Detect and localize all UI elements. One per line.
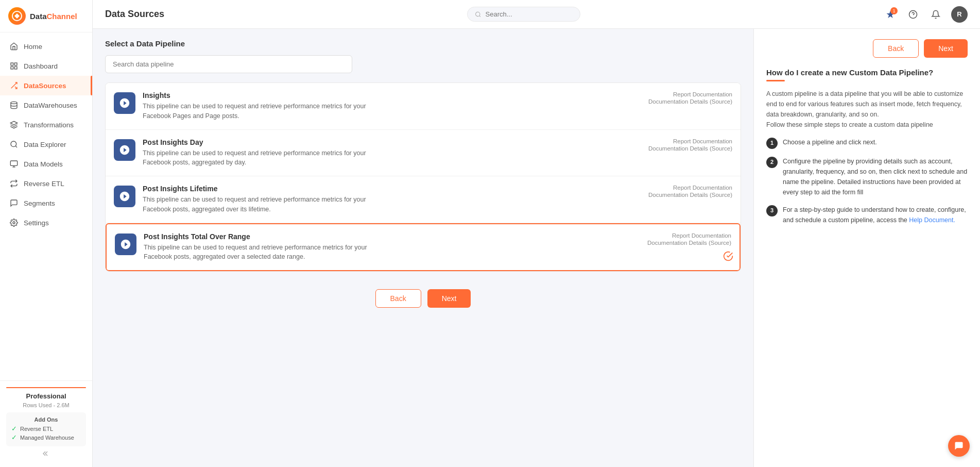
home-icon — [9, 42, 19, 51]
pipeline-desc: This pipeline can be used to request and… — [143, 102, 390, 121]
help-step-3: 3 For a step-by-step guide to understand… — [766, 205, 968, 225]
plan-label: Professional — [6, 392, 86, 400]
svg-point-13 — [13, 222, 15, 224]
sidebar-item-label: Settings — [24, 219, 49, 227]
sidebar-item-data-explorer[interactable]: Data Explorer — [0, 135, 92, 154]
doc-details-link[interactable]: Documentation Details (Source) — [647, 240, 731, 246]
doc-details-link[interactable]: Documentation Details (Source) — [648, 98, 732, 105]
back-button-top[interactable]: Back — [873, 39, 919, 58]
datasources-icon — [9, 81, 19, 90]
content-area: Select a Data Pipeline Insights This pip… — [93, 29, 980, 467]
next-button-top[interactable]: Next — [924, 39, 968, 58]
addon-reverse-etl: ✓ Reverse ETL — [11, 425, 81, 432]
report-doc-link[interactable]: Report Documentation — [673, 138, 732, 144]
logo[interactable]: DataChannel — [0, 0, 92, 32]
sidebar-item-dashboard[interactable]: Dashboard — [0, 56, 92, 76]
sidebar-item-data-models[interactable]: Data Models — [0, 154, 92, 174]
pipeline-icon-insights — [114, 92, 135, 114]
help-step-2: 2 Configure the pipeline by providing de… — [766, 156, 968, 197]
pipeline-name: Insights — [143, 91, 643, 99]
models-icon — [9, 159, 19, 169]
bottom-nav: Back Next — [105, 284, 741, 318]
pipeline-desc: This pipeline can be used to request and… — [144, 243, 391, 262]
sidebar-item-label: Transformations — [24, 121, 74, 129]
svg-rect-2 — [14, 63, 17, 65]
chat-bubble[interactable] — [948, 435, 970, 457]
sidebar-item-home[interactable]: Home — [0, 37, 92, 56]
report-doc-link[interactable]: Report Documentation — [673, 91, 732, 97]
main-area: Data Sources 1 R Select a Data Pipeline — [93, 0, 980, 467]
sidebar-item-segments[interactable]: Segments — [0, 193, 92, 213]
sparkle-button[interactable]: 1 — [883, 7, 898, 22]
sidebar-item-settings[interactable]: Settings — [0, 213, 92, 232]
sidebar-item-label: DataSources — [24, 82, 66, 90]
right-panel: Back Next How do I create a new Custom D… — [753, 29, 980, 467]
pipeline-desc: This pipeline can be used to request and… — [143, 195, 390, 214]
pipeline-name: Post Insights Day — [143, 138, 643, 146]
warehouse-icon — [9, 101, 19, 110]
help-title-underline — [766, 80, 785, 81]
pipeline-links: Report Documentation Documentation Detai… — [648, 138, 732, 152]
addons-title: Add Ons — [11, 416, 81, 423]
pipeline-info: Post Insights Day This pipeline can be u… — [143, 138, 643, 168]
notification-button[interactable] — [929, 7, 943, 22]
addons-box: Add Ons ✓ Reverse ETL ✓ Managed Warehous… — [6, 412, 86, 446]
sidebar-item-datawarehouses[interactable]: DataWarehouses — [0, 95, 92, 115]
sidebar-item-label: DataWarehouses — [24, 102, 77, 109]
sidebar-nav: Home Dashboard DataSources DataWarehouse… — [0, 32, 92, 380]
back-button-bottom[interactable]: Back — [375, 289, 421, 308]
pipeline-list: Insights This pipeline can be used to re… — [105, 82, 741, 272]
help-doc-link[interactable]: Help Document. — [909, 216, 955, 224]
help-intro: A custom pipeline is a data pipeline tha… — [766, 89, 968, 130]
help-steps: 1 Choose a pipeline and click next. 2 Co… — [766, 137, 968, 225]
pipeline-info: Post Insights Total Over Range This pipe… — [144, 232, 642, 262]
settings-icon — [9, 218, 19, 227]
sidebar-item-transformations[interactable]: Transformations — [0, 115, 92, 135]
step-number: 2 — [766, 157, 778, 168]
sidebar-item-label: Reverse ETL — [24, 180, 64, 188]
sidebar-collapse-button[interactable] — [6, 446, 86, 461]
search-container[interactable] — [467, 7, 580, 22]
rows-used: Rows Used - 2.6M — [6, 402, 86, 408]
pipeline-info: Post Insights Lifetime This pipeline can… — [143, 185, 643, 214]
step-text: Configure the pipeline by providing deta… — [783, 156, 968, 197]
pipeline-item-post-insights-total[interactable]: Post Insights Total Over Range This pipe… — [106, 223, 741, 272]
right-panel-nav: Back Next — [766, 39, 968, 58]
help-button[interactable] — [906, 7, 920, 22]
pipeline-item-post-insights-day[interactable]: Post Insights Day This pipeline can be u… — [106, 130, 741, 177]
pipeline-search-input[interactable] — [105, 55, 352, 73]
sidebar-item-reverse-etl[interactable]: Reverse ETL — [0, 174, 92, 193]
next-button-bottom[interactable]: Next — [427, 289, 471, 308]
sidebar-item-label: Dashboard — [24, 62, 58, 70]
sidebar-item-label: Data Explorer — [24, 141, 66, 148]
svg-point-8 — [11, 141, 16, 147]
selected-checkmark — [723, 251, 733, 264]
doc-details-link[interactable]: Documentation Details (Source) — [648, 192, 732, 198]
help-step-1: 1 Choose a pipeline and click next. — [766, 137, 968, 149]
sidebar-item-datasources[interactable]: DataSources — [0, 76, 92, 95]
pipeline-links: Report Documentation Documentation Detai… — [648, 185, 732, 198]
sidebar: DataChannel Home Dashboard DataSources — [0, 0, 93, 467]
pipeline-item-insights[interactable]: Insights This pipeline can be used to re… — [106, 83, 741, 130]
search-input[interactable] — [486, 10, 573, 18]
reverse-etl-icon — [9, 179, 19, 188]
doc-details-link[interactable]: Documentation Details (Source) — [648, 145, 732, 152]
check-icon: ✓ — [11, 425, 17, 432]
svg-rect-3 — [11, 66, 13, 69]
step-text: Choose a pipeline and click next. — [783, 137, 877, 147]
user-avatar[interactable]: R — [951, 6, 968, 23]
report-doc-link[interactable]: Report Documentation — [672, 232, 731, 239]
step-text: For a step-by-step guide to understand h… — [783, 205, 968, 225]
logo-text: DataChannel — [30, 12, 77, 21]
pipeline-item-post-insights-lifetime[interactable]: Post Insights Lifetime This pipeline can… — [106, 176, 741, 223]
report-doc-link[interactable]: Report Documentation — [673, 185, 732, 191]
search-icon — [475, 11, 481, 18]
page-title: Data Sources — [105, 9, 164, 20]
check-icon: ✓ — [11, 433, 17, 441]
plan-divider — [6, 387, 86, 388]
header: Data Sources 1 R — [93, 0, 980, 29]
addon-managed-warehouse: ✓ Managed Warehouse — [11, 433, 81, 441]
left-panel: Select a Data Pipeline Insights This pip… — [93, 29, 753, 467]
step-number: 1 — [766, 138, 778, 149]
svg-line-15 — [479, 15, 480, 16]
